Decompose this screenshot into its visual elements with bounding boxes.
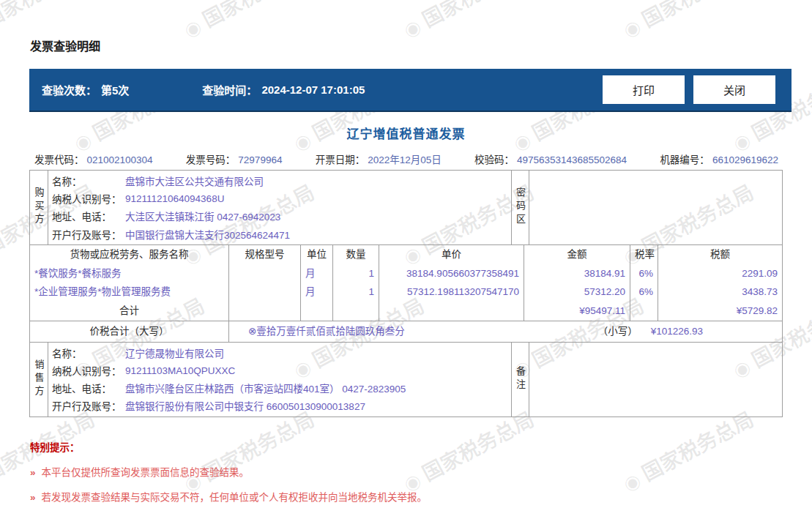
check-code: 校验码：49756353143685502684: [474, 152, 627, 166]
item-spec: [229, 283, 301, 301]
watermark-text: 国家税务总局: [419, 0, 538, 31]
col-header-qty: 数量: [333, 245, 379, 264]
invoice-title: 辽宁增值税普通发票: [0, 124, 812, 142]
items-table: 货物或应税劳务、服务名称 规格型号 单位 数量 单价 金额 税率 税额 *餐饮服…: [30, 244, 782, 321]
seller-side-label: 销售方: [30, 343, 48, 417]
items-table-header: 货物或应税劳务、服务名称 规格型号 单位 数量 单价 金额 税率 税额: [30, 245, 782, 264]
chevron-bullet-icon: »: [30, 492, 36, 503]
grand-total-uppercase: ⊗壹拾万壹仟贰佰贰拾陆圆玖角叁分: [248, 321, 405, 342]
special-notice-title: 特别提示：: [30, 439, 782, 454]
col-header-tax: 税额: [658, 245, 782, 264]
subtotal-row: 合计 ¥95497.11 ¥5729.82: [30, 301, 782, 321]
notice-item: »若发现发票查验结果与实际交易不符，任何单位或个人有权拒收并向当地税务机关举报。: [30, 489, 782, 504]
item-amount: 57312.20: [524, 283, 630, 301]
buyer-fields: 名称：盘锦市大洼区公共交通有限公司 纳税人识别号：912111210640943…: [48, 171, 511, 244]
grand-total-row: 价税合计（大写） ⊗壹拾万壹仟贰佰贰拾陆圆玖角叁分 （小写） ¥101226.9…: [30, 321, 782, 342]
remarks-content: [529, 343, 782, 417]
subtotal-amount: ¥95497.11: [524, 301, 630, 321]
empty-cell: [229, 301, 301, 321]
item-tax: 3438.73: [658, 283, 782, 301]
grand-total-values: ⊗壹拾万壹仟贰佰贰拾陆圆玖角叁分 （小写） ¥101226.93: [229, 321, 782, 342]
item-price: 57312.198113207547170: [379, 283, 524, 301]
seller-section: 销售方 名称：辽宁德晟物业有限公司 纳税人识别号：91211103MA10QPU…: [30, 342, 782, 417]
item-taxrate: 6%: [630, 283, 658, 301]
item-name: *企业管理服务*物业管理服务费: [30, 283, 229, 301]
invoice-date: 开票日期：2022年12月05日: [316, 152, 442, 166]
invoice-number: 发票号码：72979964: [186, 152, 283, 166]
item-price: 38184.905660377358491: [379, 264, 524, 283]
check-count-label: 查验次数：: [42, 82, 97, 97]
grand-total-lowercase: （小写） ¥101226.93: [598, 321, 782, 342]
check-count-value: 第5次: [101, 82, 129, 97]
print-button[interactable]: 打印: [603, 75, 685, 104]
machine-number: 机器编号：661029619622: [660, 152, 778, 166]
invoice-table: 购买方 名称：盘锦市大洼区公共交通有限公司 纳税人识别号：91211121064…: [29, 170, 783, 417]
subtotal-label: 合计: [30, 301, 229, 321]
notice-item: »本平台仅提供所查询发票票面信息的查验结果。: [30, 464, 782, 479]
item-unit: 月: [301, 264, 333, 283]
item-spec: [229, 264, 301, 283]
password-area-content: [529, 171, 782, 244]
item-taxrate: 6%: [630, 264, 658, 283]
invoice-code: 发票代码：021002100304: [34, 152, 153, 166]
special-notice: 特别提示： »本平台仅提供所查询发票票面信息的查验结果。 »若发现发票查验结果与…: [30, 439, 782, 504]
table-row: *企业管理服务*物业管理服务费 月 1 57312.19811320754717…: [30, 283, 782, 301]
watermark-text: 国家税务总局: [199, 0, 319, 31]
check-time-value: 2024-12-07 17:01:05: [261, 83, 365, 96]
buyer-bank-row: 开户行及账号：中国银行盘锦大洼支行302564624471: [48, 225, 511, 243]
remarks-label: 备注: [511, 343, 529, 417]
password-area-label: 密码区: [511, 171, 529, 244]
seller-taxid-row: 纳税人识别号：91211103MA10QPUXXC: [48, 362, 511, 379]
page-title: 发票查验明细: [30, 37, 812, 54]
table-row: *餐饮服务*餐标服务 月 1 38184.905660377358491 381…: [30, 264, 782, 283]
col-header-name: 货物或应税劳务、服务名称: [30, 245, 229, 264]
empty-cell: [333, 301, 379, 321]
item-name: *餐饮服务*餐标服务: [30, 264, 229, 283]
item-tax: 2291.09: [658, 264, 782, 283]
header-buttons: 打印 关闭: [603, 75, 775, 104]
watermark-text: 国家税务总局: [638, 0, 758, 31]
seller-bank-row: 开户行及账号：盘锦银行股份有限公司中银支行 660050130900013827: [48, 397, 511, 414]
invoice-meta-row: 发票代码：021002100304 发票号码：72979964 开票日期：202…: [34, 152, 778, 166]
close-button[interactable]: 关闭: [693, 75, 775, 104]
buyer-section: 购买方 名称：盘锦市大洼区公共交通有限公司 纳税人识别号：91211121064…: [30, 171, 782, 244]
empty-cell: [630, 301, 658, 321]
item-qty: 1: [333, 283, 379, 301]
buyer-address-row: 地址、电话：大洼区大洼镇珠江街 0427-6942023: [48, 207, 511, 225]
chevron-bullet-icon: »: [30, 467, 36, 478]
item-amount: 38184.91: [524, 264, 630, 283]
buyer-taxid-row: 纳税人识别号：91211121064094368U: [48, 190, 511, 207]
col-header-spec: 规格型号: [229, 245, 301, 264]
item-qty: 1: [333, 264, 379, 283]
seller-name-row: 名称：辽宁德晟物业有限公司: [48, 344, 511, 362]
seller-address-row: 地址、电话：盘锦市兴隆台区庄林路西（市客运站四楼401室） 0427-28239…: [48, 379, 511, 397]
verification-header-bar: 查验次数： 第5次 查验时间： 2024-12-07 17:01:05 打印 关…: [29, 69, 791, 112]
col-header-price: 单价: [379, 245, 524, 264]
item-unit: 月: [301, 283, 333, 301]
col-header-unit: 单位: [301, 245, 333, 264]
watermark-text: 国家税务总局: [0, 0, 99, 31]
empty-cell: [379, 301, 524, 321]
check-time-label: 查验时间：: [202, 82, 257, 97]
grand-total-label: 价税合计（大写）: [30, 321, 229, 342]
buyer-name-row: 名称：盘锦市大洼区公共交通有限公司: [48, 172, 511, 190]
subtotal-tax: ¥5729.82: [658, 301, 782, 321]
col-header-amount: 金额: [524, 245, 630, 264]
col-header-taxrate: 税率: [630, 245, 658, 264]
seller-fields: 名称：辽宁德晟物业有限公司 纳税人识别号：91211103MA10QPUXXC …: [48, 343, 511, 417]
invoice-verification-page: 发票查验明细 查验次数： 第5次 查验时间： 2024-12-07 17:01:…: [0, 37, 812, 504]
empty-cell: [301, 301, 333, 321]
buyer-side-label: 购买方: [30, 171, 48, 244]
